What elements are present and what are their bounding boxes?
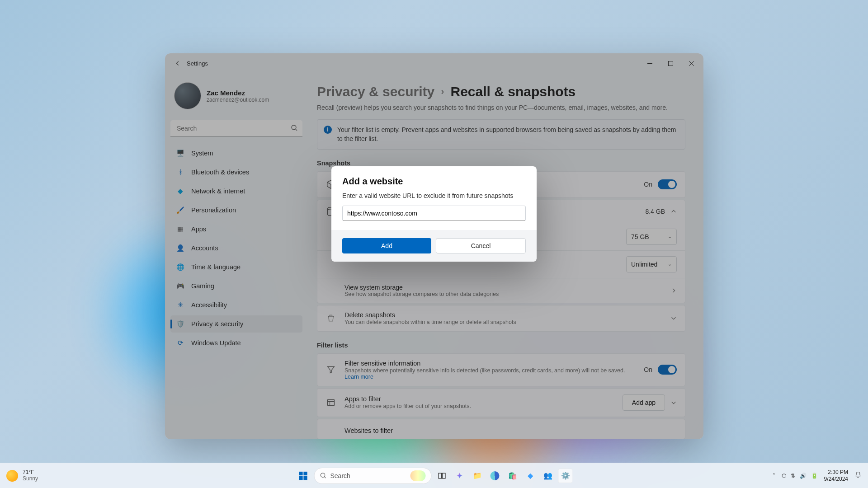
system-tray[interactable]: ⬡ ⇅ 🔊 🔋 — [782, 473, 818, 479]
teams-icon: 👥 — [543, 471, 552, 480]
add-button[interactable]: Add — [342, 238, 431, 253]
notifications-button[interactable] — [854, 471, 862, 480]
cloud-icon: ⬡ — [782, 473, 786, 479]
clock-time: 2:30 PM — [824, 469, 848, 475]
add-website-dialog: Add a website Enter a valid website URL … — [331, 166, 537, 262]
svg-rect-7 — [303, 476, 307, 479]
taskbar-search[interactable]: Search — [314, 468, 432, 484]
start-button[interactable] — [296, 468, 311, 483]
task-view-button[interactable] — [435, 469, 449, 483]
taskbar-center: Search ✦ 📁 🛍️ ◆ 👥 ⚙️ — [296, 468, 573, 484]
weather-cond: Sunny — [23, 476, 38, 482]
edge-icon — [491, 471, 500, 480]
taskbar-search-label: Search — [330, 472, 407, 479]
search-icon — [320, 472, 327, 479]
edge-button[interactable] — [488, 469, 502, 483]
diamond-icon: ◆ — [528, 471, 533, 480]
search-accent-icon — [410, 470, 426, 481]
svg-rect-4 — [299, 471, 302, 475]
sun-icon — [6, 470, 18, 482]
svg-point-8 — [321, 473, 325, 477]
svg-rect-6 — [299, 476, 302, 479]
explorer-button[interactable]: 📁 — [470, 469, 485, 483]
app-button[interactable]: ◆ — [523, 469, 538, 483]
battery-icon: 🔋 — [811, 473, 818, 479]
dialog-prompt: Enter a valid website URL to exclude it … — [342, 192, 526, 199]
clock[interactable]: 2:30 PM 9/24/2024 — [824, 469, 848, 482]
dialog-title: Add a website — [342, 176, 526, 187]
svg-rect-10 — [442, 473, 445, 479]
volume-icon: 🔊 — [800, 473, 807, 479]
tray-overflow-button[interactable]: ˄ — [773, 473, 775, 479]
website-url-input[interactable] — [342, 206, 526, 221]
svg-rect-5 — [303, 471, 307, 475]
teams-button[interactable]: 👥 — [541, 469, 555, 483]
weather-temp: 71°F — [23, 469, 38, 476]
weather-widget[interactable]: 71°F Sunny — [0, 469, 38, 482]
store-icon: 🛍️ — [508, 471, 517, 480]
gear-icon: ⚙️ — [561, 471, 570, 480]
svg-rect-9 — [439, 473, 442, 479]
clock-date: 9/24/2024 — [824, 476, 848, 482]
copilot-button[interactable]: ✦ — [453, 469, 467, 483]
settings-taskbar-button[interactable]: ⚙️ — [558, 469, 573, 483]
windows-icon — [298, 471, 308, 481]
store-button[interactable]: 🛍️ — [505, 469, 520, 483]
taskbar: 71°F Sunny Search ✦ 📁 🛍️ ◆ 👥 ⚙️ ˄ ⬡ ⇅ 🔊 … — [0, 463, 868, 488]
wifi-icon: ⇅ — [791, 473, 795, 479]
copilot-icon: ✦ — [456, 471, 463, 481]
cancel-button[interactable]: Cancel — [436, 238, 526, 253]
folder-icon: 📁 — [473, 471, 482, 480]
